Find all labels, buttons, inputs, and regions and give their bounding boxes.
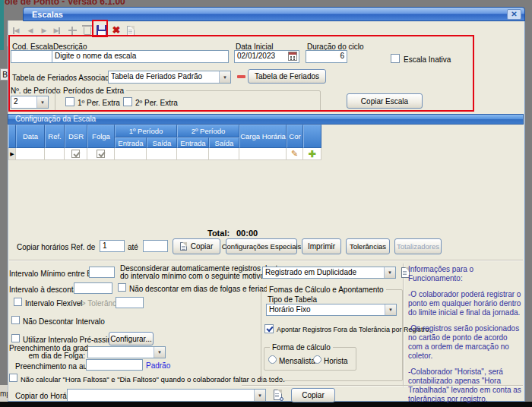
motivo-value: Registrado em Duplicidade [265, 268, 383, 276]
copiar-button[interactable]: Copiar [173, 238, 220, 254]
cancel-button[interactable]: ✖ [109, 23, 123, 36]
tabela-feriados-button[interactable]: Tabela de Feriados [248, 69, 326, 84]
grid-header-selector [8, 125, 16, 148]
add-row-icon[interactable]: ✚ [308, 150, 315, 159]
per2-extra-checkbox[interactable] [123, 97, 132, 106]
row-marker-icon: ▶ [10, 151, 14, 157]
imprimir-button[interactable]: Imprimir [302, 238, 341, 254]
preview-icon[interactable] [274, 390, 282, 400]
horista-label: Horista [324, 357, 348, 365]
chevron-down-icon[interactable]: ▼ [384, 267, 395, 278]
grid-caption: Configuração da Escala [15, 115, 96, 123]
save-button[interactable] [95, 24, 109, 37]
intervalo-flexivel-label: Intervalo Flexível [25, 299, 83, 308]
apontar-registros-checkbox[interactable] [264, 324, 274, 333]
remove-feriados-icon[interactable] [237, 75, 245, 78]
close-button[interactable]: ✕ [507, 9, 521, 20]
grid-header-dsr[interactable]: DSR [65, 125, 87, 148]
nav-prev-button[interactable]: ◀ [24, 24, 37, 37]
grid-cell-data[interactable] [16, 148, 45, 160]
chevron-down-icon[interactable]: ▼ [36, 96, 48, 108]
nav-next-icon: ▶ [42, 27, 47, 34]
background-app-title: ole de Ponto - Versão 6.1.00 [5, 0, 125, 7]
intervalo-descontar-field[interactable] [74, 282, 112, 294]
info-paragraph-1: -O colaborador poderá registrar o ponto … [408, 290, 522, 317]
grid-header-cor[interactable]: Cor [287, 125, 303, 148]
grid-header-periodo2[interactable]: 2º Período [177, 125, 239, 137]
escala-inativa-checkbox[interactable] [391, 54, 400, 63]
num-periodos-dropdown[interactable]: 2 ▼ [11, 96, 49, 109]
ate-field[interactable] [143, 240, 168, 252]
tolerancia-field[interactable] [116, 297, 144, 308]
copiar-escala-button[interactable]: Copiar Escala [347, 93, 423, 109]
ate-label: até [128, 243, 138, 251]
intervalo-minimo-field[interactable] [89, 267, 115, 278]
grid-header-saida1[interactable]: Saída [147, 137, 177, 148]
nav-last-button[interactable]: ▶ [50, 24, 64, 37]
mensalista-radio[interactable] [268, 355, 277, 364]
pre-assinalado-checkbox[interactable] [11, 334, 20, 342]
ref-de-field[interactable]: 1 [100, 240, 125, 252]
grid-cell-dsr[interactable] [65, 148, 87, 160]
grid-cell-entrada2[interactable] [177, 148, 209, 160]
tabela-feriados-label: Tabela de Feriados Associada: [12, 74, 116, 82]
grid-cell-saida1[interactable] [147, 148, 177, 160]
grid-header-entrada1[interactable]: Entrada [115, 137, 147, 148]
folga-checkbox[interactable] [97, 150, 105, 158]
grade-folga-dropdown[interactable]: ▼ [87, 346, 166, 358]
nav-last-icon: ▶ [54, 27, 59, 34]
grid-row-selector-cell[interactable]: ▶ [8, 148, 16, 160]
grid-cell-cor[interactable]: ✎ [287, 148, 303, 160]
dsr-checkbox[interactable] [71, 150, 80, 158]
ausencia-field[interactable] [86, 359, 143, 371]
grid-cell-folga[interactable] [87, 148, 115, 160]
grid-header-entrada2[interactable]: Entrada [177, 137, 209, 148]
calendar-icon[interactable] [288, 52, 297, 61]
horista-radio[interactable] [313, 355, 321, 364]
nao-calcular-checkbox[interactable] [9, 374, 17, 382]
intervalo-flexivel-checkbox[interactable] [14, 298, 22, 306]
grid-cell-ref[interactable] [45, 148, 65, 160]
tolerancias-button[interactable]: Tolerâncias [346, 238, 390, 254]
dialog-titlebar[interactable]: Escalas ✕ [23, 7, 525, 21]
per1-extra-checkbox[interactable] [65, 97, 74, 106]
motivo-dropdown[interactable]: Registrado em Duplicidade ▼ [262, 267, 396, 279]
grid-header-carga[interactable]: Carga Horária [239, 125, 287, 148]
chevron-down-icon[interactable]: ▼ [385, 304, 396, 315]
grid-header-data[interactable]: Data [16, 125, 45, 148]
configurar-button[interactable]: Configurar... [109, 332, 154, 345]
insert-icon [68, 27, 77, 35]
nav-next-button[interactable]: ▶ [37, 24, 51, 37]
descricao-field[interactable]: Digite o nome da escala [52, 50, 229, 63]
chevron-down-icon[interactable]: ▼ [154, 347, 165, 358]
footer-copiar-button[interactable]: Copiar [291, 388, 335, 402]
duracao-ciclo-field[interactable]: 6 [306, 50, 347, 63]
copiar-horario-dropdown[interactable]: ▼ [67, 389, 266, 402]
preenchimento-grade-label: Preenchimento da grade em dia de Folga: [9, 345, 85, 360]
totalizadores-button[interactable]: Totalizadores [394, 238, 442, 254]
chevron-down-icon[interactable]: ▼ [219, 71, 230, 83]
edit-color-icon[interactable]: ✎ [291, 150, 298, 158]
padrao-link[interactable]: Padrão [146, 361, 170, 370]
total-label: Total: [207, 229, 230, 238]
grid-header-saida2[interactable]: Saída [209, 137, 239, 148]
grid-header-folga[interactable]: Folga [87, 125, 115, 148]
fragment-b-label: B [2, 71, 8, 79]
chevron-down-icon[interactable]: ▼ [254, 390, 265, 401]
tipo-tabela-dropdown[interactable]: Horário Fixo ▼ [266, 304, 397, 316]
grid-header-periodo1[interactable]: 1º Período [115, 125, 177, 137]
delete-record-button[interactable] [81, 23, 94, 36]
copiar-horarios-label: Copiar horários Ref. de [17, 243, 95, 251]
post-record-button[interactable] [124, 24, 138, 37]
nav-first-button[interactable]: ◀ [9, 24, 23, 37]
nao-descontar-folgas-checkbox[interactable] [118, 283, 126, 292]
grid-cell-entrada1[interactable] [115, 148, 147, 160]
grid-cell-saida2[interactable] [209, 148, 239, 160]
tabela-feriados-dropdown[interactable]: Tabela de Feriados Padrão ▼ [108, 71, 231, 84]
grid-cell-carga[interactable] [239, 148, 287, 160]
grid-header-ref[interactable]: Ref. [45, 125, 65, 148]
nao-descontar-intervalo-checkbox[interactable] [11, 316, 20, 324]
grid-cell-add[interactable]: ✚ [303, 148, 321, 160]
configuracoes-especiais-button[interactable]: Configurações Especiais [226, 238, 297, 254]
insert-record-button[interactable] [65, 24, 79, 37]
